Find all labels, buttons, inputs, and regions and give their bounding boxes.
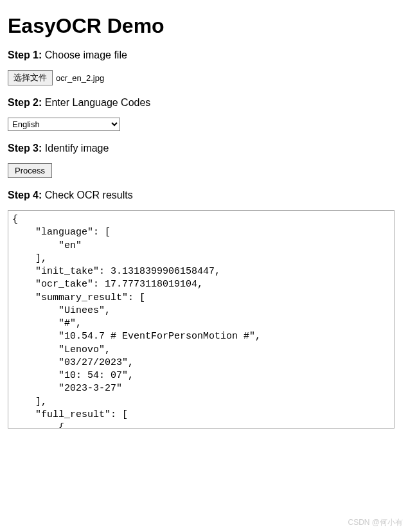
ocr-result-output[interactable] bbox=[8, 210, 395, 429]
page-title: EasyOCR Demo bbox=[8, 14, 400, 38]
step2-text: Enter Language Codes bbox=[45, 97, 151, 108]
step2-prefix: Step 2: bbox=[8, 97, 42, 108]
step4-label: Step 4: Check OCR results bbox=[8, 190, 400, 201]
file-input-row: 选择文件 ocr_en_2.jpg bbox=[8, 70, 400, 85]
choose-file-button[interactable]: 选择文件 bbox=[8, 70, 53, 85]
step1-text: Choose image file bbox=[45, 49, 127, 60]
step2-label: Step 2: Enter Language Codes bbox=[8, 97, 400, 109]
selected-file-name: ocr_en_2.jpg bbox=[56, 73, 104, 83]
step4-text: Check OCR results bbox=[45, 190, 133, 200]
step3-prefix: Step 3: bbox=[8, 143, 42, 154]
step1-prefix: Step 1: bbox=[8, 49, 42, 60]
step4-prefix: Step 4: bbox=[8, 190, 42, 200]
step3-text: Identify image bbox=[45, 143, 109, 154]
process-button[interactable]: Process bbox=[8, 163, 52, 178]
language-select[interactable]: English bbox=[8, 118, 120, 131]
step1-label: Step 1: Choose image file bbox=[8, 49, 400, 61]
step3-label: Step 3: Identify image bbox=[8, 143, 400, 154]
